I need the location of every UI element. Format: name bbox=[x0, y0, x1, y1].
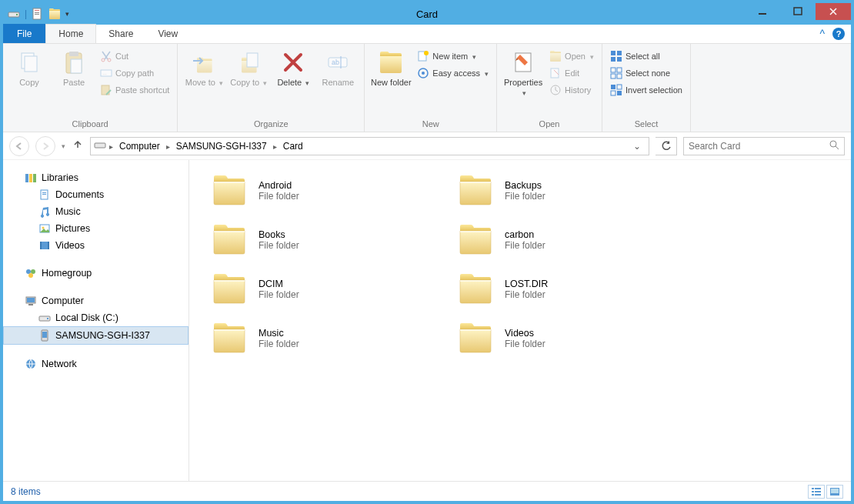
tree-computer[interactable]: Computer bbox=[3, 292, 188, 309]
open-button[interactable]: Open bbox=[546, 48, 597, 64]
new-item-button[interactable]: New item bbox=[414, 48, 492, 64]
tree-local-disk[interactable]: Local Disk (C:) bbox=[3, 309, 188, 326]
paste-shortcut-button[interactable]: Paste shortcut bbox=[97, 82, 172, 98]
properties-icon[interactable] bbox=[32, 8, 44, 20]
status-bar: 8 items bbox=[3, 481, 851, 501]
recent-locations-dropdown[interactable]: ▾ bbox=[62, 142, 65, 150]
invert-selection-button[interactable]: Invert selection bbox=[607, 82, 686, 98]
refresh-button[interactable] bbox=[656, 137, 677, 155]
view-tab[interactable]: View bbox=[145, 24, 190, 43]
folder-name: LOST.DIR bbox=[505, 279, 548, 289]
svg-rect-43 bbox=[95, 143, 105, 148]
svg-rect-7 bbox=[794, 8, 802, 15]
body: Libraries Documents Music Pictures Video… bbox=[3, 160, 851, 481]
breadcrumb-sep[interactable] bbox=[272, 141, 279, 152]
tree-music[interactable]: Music bbox=[3, 203, 188, 220]
move-to-button[interactable]: Move to bbox=[182, 47, 225, 91]
breadcrumb-sep[interactable] bbox=[165, 141, 172, 152]
back-button[interactable] bbox=[9, 136, 29, 156]
forward-button[interactable] bbox=[35, 136, 55, 156]
crumb-device[interactable]: SAMSUNG-SGH-I337 bbox=[173, 141, 270, 152]
history-button[interactable]: History bbox=[546, 82, 597, 98]
search-input[interactable] bbox=[689, 141, 829, 152]
svg-rect-38 bbox=[617, 74, 622, 78]
svg-rect-42 bbox=[617, 91, 622, 95]
easy-access-button[interactable]: Easy access bbox=[414, 65, 492, 81]
svg-rect-55 bbox=[40, 242, 42, 249]
maximize-button[interactable] bbox=[780, 3, 816, 20]
tree-homegroup[interactable]: Homegroup bbox=[3, 265, 188, 282]
help-icon[interactable]: ? bbox=[832, 28, 845, 40]
navigation-pane[interactable]: Libraries Documents Music Pictures Video… bbox=[3, 160, 189, 481]
folder-name: carbon bbox=[505, 229, 545, 240]
search-box[interactable] bbox=[683, 137, 845, 155]
crumb-computer[interactable]: Computer bbox=[116, 141, 163, 152]
ribbon-group-open: Properties Open Edit History Open bbox=[497, 44, 602, 132]
up-button[interactable] bbox=[72, 139, 84, 154]
copy-button[interactable]: Copy bbox=[8, 47, 51, 91]
address-bar[interactable]: Computer SAMSUNG-SGH-I337 Card ⌄ bbox=[90, 137, 649, 155]
rename-button[interactable]: ab Rename bbox=[316, 47, 359, 91]
close-button[interactable] bbox=[816, 3, 851, 20]
folder-item[interactable]: BooksFile folder bbox=[208, 219, 454, 262]
folder-item[interactable]: AndroidFile folder bbox=[208, 169, 454, 212]
folder-item[interactable]: carbonFile folder bbox=[454, 219, 700, 262]
minimize-ribbon-icon[interactable]: ^ bbox=[819, 28, 825, 40]
folder-type: File folder bbox=[259, 339, 299, 349]
details-view-button[interactable] bbox=[808, 485, 825, 499]
share-tab[interactable]: Share bbox=[96, 24, 145, 43]
invert-icon bbox=[610, 84, 622, 96]
tree-documents[interactable]: Documents bbox=[3, 186, 188, 203]
home-tab[interactable]: Home bbox=[45, 24, 96, 43]
file-tab[interactable]: File bbox=[3, 24, 45, 43]
address-dropdown[interactable]: ⌄ bbox=[629, 141, 646, 152]
folder-type: File folder bbox=[505, 240, 545, 251]
computer-icon bbox=[25, 295, 37, 307]
crumb-card[interactable]: Card bbox=[280, 141, 306, 152]
qat-dropdown[interactable]: ▾ bbox=[65, 10, 69, 18]
folder-item[interactable]: MusicFile folder bbox=[208, 317, 454, 360]
copy-to-button[interactable]: Copy to bbox=[227, 47, 270, 91]
delete-button[interactable]: Delete bbox=[272, 47, 315, 91]
group-label-organize: Organize bbox=[182, 118, 359, 132]
folder-item[interactable]: BackupsFile folder bbox=[454, 169, 700, 212]
folder-item[interactable]: LOST.DIRFile folder bbox=[454, 268, 700, 311]
cut-icon bbox=[100, 50, 112, 62]
group-label-open: Open bbox=[502, 118, 597, 132]
svg-rect-68 bbox=[812, 488, 814, 489]
svg-rect-40 bbox=[617, 85, 622, 89]
folder-item[interactable]: DCIMFile folder bbox=[208, 268, 454, 311]
properties-button[interactable]: Properties bbox=[502, 47, 545, 101]
svg-text:…: … bbox=[102, 71, 107, 75]
homegroup-icon bbox=[25, 267, 37, 279]
paste-button[interactable]: Paste bbox=[52, 47, 95, 91]
select-none-button[interactable]: Select none bbox=[607, 65, 686, 81]
cut-button[interactable]: Cut bbox=[97, 48, 172, 64]
copy-path-button[interactable]: …Copy path bbox=[97, 65, 172, 81]
tree-libraries[interactable]: Libraries bbox=[3, 169, 188, 186]
edit-button[interactable]: Edit bbox=[546, 65, 597, 81]
tree-pictures[interactable]: Pictures bbox=[3, 220, 188, 237]
minimize-button[interactable] bbox=[745, 3, 780, 20]
icons-view-button[interactable] bbox=[826, 485, 843, 499]
select-all-button[interactable]: Select all bbox=[607, 48, 686, 64]
content-pane[interactable]: AndroidFile folderBackupsFile folderBook… bbox=[189, 160, 851, 481]
folder-name: Books bbox=[259, 229, 299, 240]
tree-network[interactable]: Network bbox=[3, 355, 188, 372]
folder-item[interactable]: VideosFile folder bbox=[454, 317, 700, 360]
move-to-icon bbox=[192, 50, 216, 75]
select-all-icon bbox=[610, 50, 622, 62]
svg-rect-35 bbox=[611, 68, 615, 72]
network-icon bbox=[25, 358, 37, 370]
folder-name: Music bbox=[259, 328, 299, 339]
tree-device-selected[interactable]: SAMSUNG-SGH-I337 bbox=[3, 326, 188, 345]
qat-separator: | bbox=[25, 8, 27, 19]
svg-rect-14 bbox=[71, 59, 82, 73]
tree-videos[interactable]: Videos bbox=[3, 237, 188, 254]
folder-icon[interactable] bbox=[48, 8, 61, 20]
folder-type: File folder bbox=[259, 289, 299, 300]
breadcrumb-sep[interactable] bbox=[108, 141, 115, 152]
svg-rect-66 bbox=[42, 332, 47, 338]
new-folder-button[interactable]: New folder bbox=[369, 47, 412, 91]
folder-icon bbox=[457, 222, 494, 259]
